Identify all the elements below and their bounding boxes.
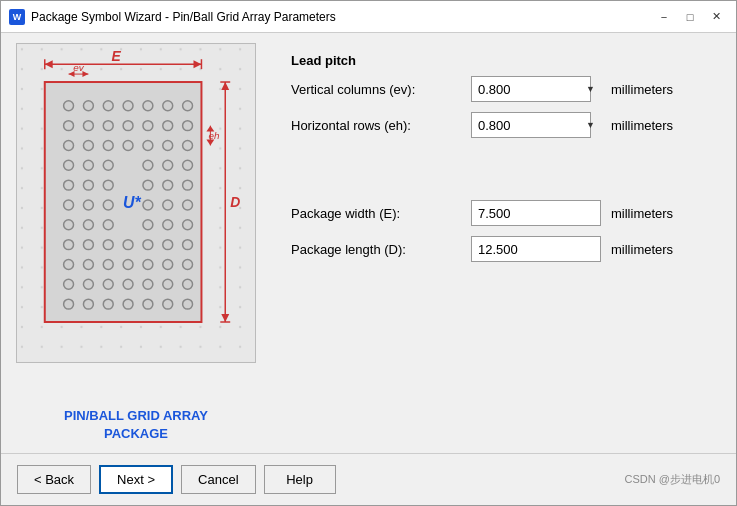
vertical-columns-unit: millimeters	[611, 82, 673, 97]
svg-point-42	[183, 200, 193, 210]
help-button[interactable]: Help	[264, 465, 336, 494]
package-width-label: Package width (E):	[291, 206, 461, 221]
svg-point-20	[103, 141, 113, 151]
svg-point-22	[143, 141, 153, 151]
diagram-container: U* E ev D	[16, 43, 256, 363]
main-window: W Package Symbol Wizard - Pin/Ball Grid …	[0, 0, 737, 506]
window-title: Package Symbol Wizard - Pin/Ball Grid Ar…	[31, 10, 336, 24]
diagram-svg: U* E ev D	[17, 44, 255, 362]
svg-point-43	[64, 220, 74, 230]
next-button[interactable]: Next >	[99, 465, 173, 494]
svg-point-76	[183, 299, 193, 309]
svg-point-6	[103, 101, 113, 111]
right-panel: Lead pitch Vertical columns (ev): 0.800 …	[271, 33, 736, 453]
svg-text:U*: U*	[123, 194, 141, 211]
maximize-button[interactable]: □	[678, 7, 702, 27]
package-dims-section: Package width (E): millimeters Package l…	[291, 200, 716, 272]
svg-point-15	[143, 121, 153, 131]
svg-point-67	[143, 279, 153, 289]
svg-point-17	[183, 121, 193, 131]
svg-point-33	[103, 180, 113, 190]
svg-text:E: E	[112, 48, 122, 64]
svg-point-71	[83, 299, 93, 309]
svg-point-59	[123, 260, 133, 270]
svg-point-50	[83, 240, 93, 250]
package-width-input[interactable]	[471, 200, 601, 226]
svg-point-21	[123, 141, 133, 151]
svg-point-4	[64, 101, 74, 111]
svg-point-54	[163, 240, 173, 250]
svg-point-18	[64, 141, 74, 151]
watermark: CSDN @步进电机0	[624, 472, 720, 487]
left-panel: U* E ev D	[1, 33, 271, 453]
svg-point-45	[103, 220, 113, 230]
svg-point-14	[123, 121, 133, 131]
vertical-columns-row: Vertical columns (ev): 0.800 1.000 1.270…	[291, 76, 716, 102]
package-length-input[interactable]	[471, 236, 601, 262]
svg-text:D: D	[230, 194, 240, 210]
svg-point-36	[183, 180, 193, 190]
svg-point-28	[143, 160, 153, 170]
svg-point-35	[163, 180, 173, 190]
horizontal-rows-unit: millimeters	[611, 118, 673, 133]
vertical-columns-label: Vertical columns (ev):	[291, 82, 461, 97]
svg-point-65	[103, 279, 113, 289]
svg-point-66	[123, 279, 133, 289]
svg-text:eh: eh	[208, 130, 220, 141]
minimize-button[interactable]: −	[652, 7, 676, 27]
svg-point-8	[143, 101, 153, 111]
svg-point-12	[83, 121, 93, 131]
horizontal-rows-label: Horizontal rows (eh):	[291, 118, 461, 133]
nav-buttons: < Back Next > Cancel Help	[17, 465, 336, 494]
back-button[interactable]: < Back	[17, 465, 91, 494]
svg-point-49	[64, 240, 74, 250]
svg-point-51	[103, 240, 113, 250]
svg-point-52	[123, 240, 133, 250]
svg-point-40	[143, 200, 153, 210]
horizontal-rows-row: Horizontal rows (eh): 0.800 1.000 1.270 …	[291, 112, 716, 138]
svg-point-23	[163, 141, 173, 151]
cancel-button[interactable]: Cancel	[181, 465, 255, 494]
main-content: U* E ev D	[1, 33, 736, 453]
svg-point-39	[103, 200, 113, 210]
svg-point-47	[163, 220, 173, 230]
vertical-columns-select-wrapper: 0.800 1.000 1.270 1.500	[471, 76, 601, 102]
svg-point-70	[64, 299, 74, 309]
svg-point-69	[183, 279, 193, 289]
package-length-label: Package length (D):	[291, 242, 461, 257]
svg-point-30	[183, 160, 193, 170]
svg-point-56	[64, 260, 74, 270]
svg-point-72	[103, 299, 113, 309]
window-controls: − □ ✕	[652, 7, 728, 27]
svg-point-75	[163, 299, 173, 309]
svg-point-27	[103, 160, 113, 170]
svg-point-44	[83, 220, 93, 230]
svg-point-41	[163, 200, 173, 210]
close-button[interactable]: ✕	[704, 7, 728, 27]
package-label: PIN/BALL GRID ARRAY PACKAGE	[64, 407, 208, 443]
package-length-row: Package length (D): millimeters	[291, 236, 716, 262]
svg-point-73	[123, 299, 133, 309]
vertical-columns-select[interactable]: 0.800 1.000 1.270 1.500	[471, 76, 591, 102]
svg-point-34	[143, 180, 153, 190]
svg-point-46	[143, 220, 153, 230]
svg-point-55	[183, 240, 193, 250]
lead-pitch-section: Lead pitch Vertical columns (ev): 0.800 …	[291, 53, 716, 148]
svg-point-64	[83, 279, 93, 289]
horizontal-rows-select[interactable]: 0.800 1.000 1.270 1.500	[471, 112, 591, 138]
svg-point-32	[83, 180, 93, 190]
svg-point-37	[64, 200, 74, 210]
svg-point-38	[83, 200, 93, 210]
lead-pitch-label: Lead pitch	[291, 53, 716, 68]
svg-point-9	[163, 101, 173, 111]
title-bar: W Package Symbol Wizard - Pin/Ball Grid …	[1, 1, 736, 33]
svg-point-61	[163, 260, 173, 270]
svg-point-11	[64, 121, 74, 131]
svg-point-58	[103, 260, 113, 270]
svg-point-62	[183, 260, 193, 270]
svg-point-24	[183, 141, 193, 151]
package-length-unit: millimeters	[611, 242, 673, 257]
svg-point-25	[64, 160, 74, 170]
svg-point-19	[83, 141, 93, 151]
svg-point-48	[183, 220, 193, 230]
